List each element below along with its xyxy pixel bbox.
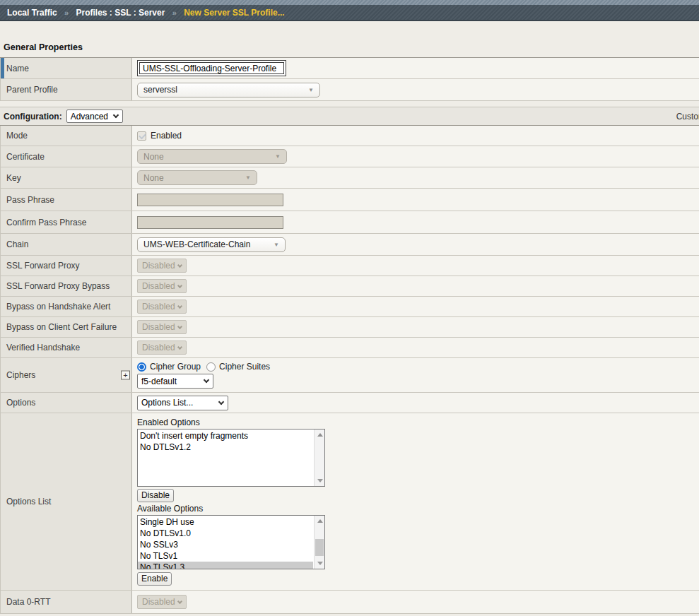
- scroll-up-icon[interactable]: [317, 519, 323, 523]
- breadcrumb-link-profiles-ssl-server[interactable]: Profiles : SSL : Server: [76, 8, 165, 18]
- row-mode: Mode Enabled: [0, 126, 699, 146]
- key-select[interactable]: None ▼: [137, 170, 257, 185]
- row-ssl-forward-proxy-bypass: SSL Forward Proxy Bypass Disabled: [0, 276, 699, 297]
- bypass-on-handshake-alert-label: Bypass on Handshake Alert: [1, 297, 132, 316]
- general-properties-table: Name Parent Profile serverssl ▼: [0, 57, 699, 101]
- row-options: Options Options List...: [0, 393, 699, 413]
- chevron-down-icon: [177, 598, 182, 603]
- row-options-list: Options List Enabled Options Don't inser…: [0, 413, 699, 591]
- row-bypass-on-client-cert-failure: Bypass on Client Cert Failure Disabled: [0, 317, 699, 338]
- top-strip: [0, 0, 699, 5]
- listbox-option[interactable]: No DTLSv1.2: [138, 442, 313, 453]
- row-key: Key None ▼: [0, 167, 699, 189]
- bypass-on-client-cert-failure-select[interactable]: Disabled: [137, 320, 187, 334]
- parent-profile-label: Parent Profile: [1, 79, 132, 100]
- configuration-label: Configuration:: [4, 112, 62, 122]
- section-title-general-properties: General Properties: [4, 42, 699, 52]
- certificate-select[interactable]: None ▼: [137, 149, 287, 164]
- row-name: Name: [0, 58, 699, 79]
- row-ciphers: Ciphers + Cipher Group Cipher Suites f5-…: [0, 358, 699, 393]
- confirm-pass-phrase-label: Confirm Pass Phrase: [1, 211, 132, 233]
- confirm-pass-phrase-input[interactable]: [137, 216, 283, 229]
- row-certificate: Certificate None ▼: [0, 146, 699, 167]
- scrollbar[interactable]: [314, 516, 324, 569]
- data-0rtt-select[interactable]: Disabled: [137, 595, 187, 609]
- data-0rtt-label: Data 0-RTT: [1, 591, 132, 613]
- listbox-option[interactable]: No TLSv1.3: [138, 562, 313, 569]
- scroll-down-icon[interactable]: [317, 479, 323, 482]
- bypass-on-client-cert-failure-label: Bypass on Client Cert Failure: [1, 317, 132, 337]
- parent-profile-select[interactable]: serverssl ▼: [137, 83, 320, 97]
- breadcrumb-link-local-traffic[interactable]: Local Traffic: [7, 8, 57, 18]
- chevron-down-icon: [177, 303, 182, 308]
- chevron-down-icon: ▼: [275, 153, 281, 160]
- chevron-down-icon: [113, 112, 119, 118]
- ciphers-label: Ciphers +: [1, 358, 132, 392]
- listbox-option[interactable]: No TLSv1: [138, 550, 313, 562]
- row-verified-handshake: Verified Handshake Disabled: [0, 338, 699, 358]
- cipher-suites-radio[interactable]: [206, 362, 216, 372]
- chevron-down-icon: [177, 283, 182, 288]
- name-input-focus-ring: [137, 60, 286, 76]
- ssl-forward-proxy-label: SSL Forward Proxy: [1, 256, 132, 276]
- chevron-down-icon: ▼: [245, 174, 251, 181]
- disable-button[interactable]: Disable: [137, 489, 174, 502]
- options-list-label: Options List: [1, 413, 132, 590]
- listbox-option[interactable]: Don't insert empty fragments: [138, 430, 313, 442]
- chevron-down-icon: ▼: [308, 87, 314, 93]
- verified-handshake-label: Verified Handshake: [1, 338, 132, 357]
- enabled-options-label: Enabled Options: [137, 417, 200, 427]
- enable-button[interactable]: Enable: [137, 572, 172, 586]
- configuration-header: Configuration: Advanced Custom: [0, 107, 699, 126]
- breadcrumb-separator: »: [59, 8, 74, 17]
- breadcrumb: Local Traffic » Profiles : SSL : Server …: [0, 5, 699, 21]
- ssl-forward-proxy-bypass-select[interactable]: Disabled: [137, 279, 187, 293]
- available-options-label: Available Options: [137, 504, 203, 514]
- mode-checkbox[interactable]: [137, 131, 146, 141]
- listbox-option[interactable]: No DTLSv1.0: [138, 528, 313, 539]
- listbox-option[interactable]: No SSLv3: [138, 539, 313, 550]
- row-parent-profile: Parent Profile serverssl ▼: [0, 79, 699, 101]
- name-label: Name: [1, 58, 132, 78]
- chevron-down-icon: [177, 262, 182, 267]
- pass-phrase-label: Pass Phrase: [1, 189, 132, 211]
- row-pass-phrase: Pass Phrase: [0, 189, 699, 211]
- enabled-options-listbox[interactable]: Don't insert empty fragmentsNo DTLSv1.2: [137, 429, 325, 487]
- chevron-down-icon: [177, 344, 182, 349]
- scrollbar-thumb[interactable]: [315, 539, 324, 556]
- ssl-forward-proxy-select[interactable]: Disabled: [137, 259, 187, 273]
- scrollbar[interactable]: [314, 430, 324, 486]
- chevron-down-icon: [204, 377, 209, 383]
- listbox-option[interactable]: Single DH use: [138, 516, 313, 528]
- row-confirm-pass-phrase: Confirm Pass Phrase: [0, 211, 699, 234]
- configuration-level-select[interactable]: Advanced: [66, 109, 123, 123]
- row-bypass-on-handshake-alert: Bypass on Handshake Alert Disabled: [0, 297, 699, 317]
- key-label: Key: [1, 167, 132, 188]
- mode-label: Mode: [1, 126, 132, 146]
- chain-select[interactable]: UMS-WEB-Certificate-Chain ▼: [137, 237, 286, 252]
- scroll-up-icon[interactable]: [317, 433, 323, 437]
- scroll-down-icon[interactable]: [317, 562, 323, 565]
- expand-button[interactable]: +: [121, 371, 130, 380]
- breadcrumb-current: New Server SSL Profile...: [184, 8, 285, 18]
- breadcrumb-separator: »: [168, 8, 182, 17]
- verified-handshake-select[interactable]: Disabled: [137, 340, 187, 355]
- chevron-down-icon: [177, 324, 182, 328]
- name-input[interactable]: [139, 62, 284, 74]
- chain-label: Chain: [1, 234, 132, 255]
- mode-checkbox-label: Enabled: [151, 131, 182, 141]
- configuration-table: Mode Enabled Certificate None ▼ Key None…: [0, 126, 699, 614]
- options-label: Options: [1, 393, 132, 413]
- cipher-group-radio[interactable]: [137, 362, 146, 372]
- pass-phrase-input[interactable]: [137, 194, 283, 206]
- chevron-down-icon: [218, 398, 224, 404]
- bypass-on-handshake-alert-select[interactable]: Disabled: [137, 300, 187, 314]
- available-options-listbox[interactable]: Single DH useNo DTLSv1.0No SSLv3No TLSv1…: [137, 515, 325, 569]
- certificate-label: Certificate: [1, 146, 132, 167]
- cipher-group-radio-label: Cipher Group: [150, 362, 201, 372]
- row-chain: Chain UMS-WEB-Certificate-Chain ▼: [0, 234, 699, 256]
- chevron-down-icon: ▼: [274, 242, 279, 248]
- cipher-group-select[interactable]: f5-default: [137, 374, 213, 389]
- cipher-suites-radio-label: Cipher Suites: [219, 362, 270, 372]
- options-select[interactable]: Options List...: [137, 396, 228, 410]
